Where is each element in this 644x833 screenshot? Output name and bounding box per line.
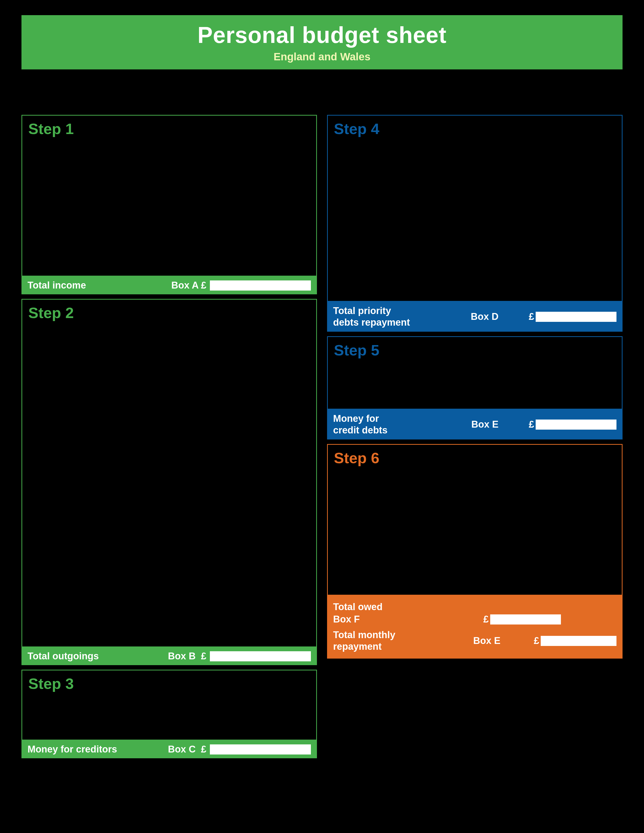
total-owed-row: Total owed bbox=[333, 601, 617, 613]
box-a-field[interactable] bbox=[210, 280, 311, 291]
left-column: Step 1 Total income Box A £ Step 2 Total… bbox=[21, 115, 317, 763]
step2-title: Step 2 bbox=[28, 304, 310, 322]
box-c-field[interactable] bbox=[210, 745, 311, 754]
page-subtitle: England and Wales bbox=[21, 51, 623, 63]
box-d-field[interactable] bbox=[536, 312, 617, 322]
step5-footer: Money for credit debts Box E £ bbox=[327, 409, 623, 439]
total-monthly-repayment-row: Total monthly repayment Box E £ bbox=[333, 629, 617, 652]
total-owed-label: Total owed bbox=[333, 601, 617, 613]
money-for-creditors-label: Money for creditors bbox=[27, 744, 168, 755]
box-f-field[interactable] bbox=[490, 614, 561, 624]
box-e-currency: £ bbox=[529, 419, 534, 430]
step6-body: Step 6 bbox=[327, 444, 623, 595]
box-b-label: Box B £ bbox=[168, 651, 206, 662]
step3-title: Step 3 bbox=[28, 675, 310, 692]
step2-footer: Total outgoings Box B £ bbox=[21, 647, 317, 665]
step3-panel: Step 3 Money for creditors Box C £ bbox=[21, 670, 317, 758]
step6-title: Step 6 bbox=[334, 449, 616, 467]
total-income-label: Total income bbox=[27, 280, 171, 291]
box-f-row: Box F £ bbox=[333, 614, 617, 625]
step4-title: Step 4 bbox=[334, 120, 616, 138]
step4-panel: Step 4 Total priority debts repayment Bo… bbox=[327, 115, 623, 332]
total-priority-debts-label: Total priority debts repayment bbox=[333, 305, 471, 328]
box-e2-label: Box E bbox=[473, 635, 534, 646]
step4-body: Step 4 bbox=[327, 115, 623, 302]
box-c-label: Box C £ bbox=[168, 744, 206, 755]
total-monthly-repayment-label: Total monthly repayment bbox=[333, 629, 473, 652]
box-a-label: Box A £ bbox=[171, 280, 206, 291]
box-f-currency: £ bbox=[483, 614, 489, 625]
step6-footer: Total owed Box F £ Total monthly repayme… bbox=[327, 595, 623, 658]
step5-title: Step 5 bbox=[334, 341, 616, 359]
right-column: Step 4 Total priority debts repayment Bo… bbox=[327, 115, 623, 763]
total-outgoings-label: Total outgoings bbox=[27, 651, 168, 662]
box-d-currency: £ bbox=[529, 311, 534, 322]
step2-panel: Step 2 Total outgoings Box B £ bbox=[21, 299, 317, 665]
step1-footer: Total income Box A £ bbox=[21, 277, 317, 294]
step1-body: Step 1 bbox=[21, 115, 317, 277]
step5-panel: Step 5 Money for credit debts Box E £ bbox=[327, 336, 623, 439]
box-f-label: Box F bbox=[333, 614, 423, 625]
step2-body: Step 2 bbox=[21, 299, 317, 647]
page-header: Personal budget sheet England and Wales bbox=[21, 15, 623, 69]
box-e-label: Box E bbox=[471, 419, 499, 430]
step1-panel: Step 1 Total income Box A £ bbox=[21, 115, 317, 294]
box-e2-field[interactable] bbox=[541, 636, 617, 646]
step3-footer: Money for creditors Box C £ bbox=[21, 740, 317, 758]
step5-body: Step 5 bbox=[327, 336, 623, 409]
money-for-credit-debts-label: Money for credit debts bbox=[333, 413, 471, 436]
box-e2-currency: £ bbox=[534, 635, 539, 646]
step4-footer: Total priority debts repayment Box D £ bbox=[327, 302, 623, 332]
box-b-field[interactable] bbox=[210, 651, 311, 661]
box-d-label: Box D bbox=[471, 311, 499, 322]
step6-panel: Step 6 Total owed Box F £ Total monthly … bbox=[327, 444, 623, 658]
page-title: Personal budget sheet bbox=[21, 22, 623, 48]
step3-body: Step 3 bbox=[21, 670, 317, 740]
box-e-field[interactable] bbox=[536, 420, 617, 429]
content-columns: Step 1 Total income Box A £ Step 2 Total… bbox=[21, 115, 623, 763]
step1-title: Step 1 bbox=[28, 120, 310, 138]
